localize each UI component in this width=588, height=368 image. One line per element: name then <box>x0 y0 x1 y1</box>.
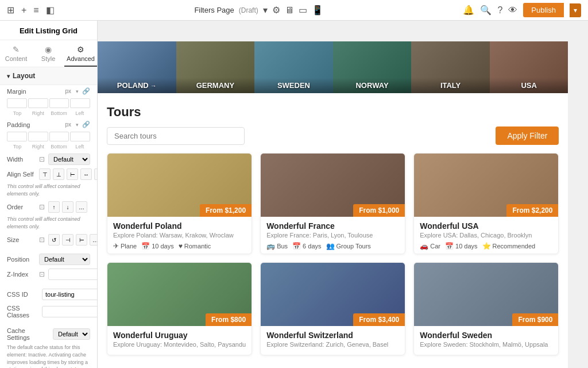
settings-icon[interactable]: ⚙ <box>272 5 280 16</box>
order-desc-icon[interactable]: ↓ <box>62 201 74 213</box>
list-icon[interactable]: ≡ <box>33 5 38 16</box>
page-title: Filters Page <box>194 6 234 14</box>
top-bar-center: Filters Page (Draft) ▾ ⚙ 🖥 ▭ 📱 <box>194 5 323 16</box>
search-input[interactable] <box>107 127 245 145</box>
help-icon[interactable]: ? <box>497 5 502 16</box>
tag-poland-2: ♥Romantic <box>179 242 211 250</box>
size-reset-icon[interactable]: ↺ <box>48 234 60 246</box>
tour-card-sweden[interactable]: From $900 Wonderful Sweden Explore Swede… <box>413 262 559 355</box>
desktop-icon[interactable]: 🖥 <box>285 5 294 16</box>
heart-icon: ♥ <box>179 242 183 250</box>
padding-unit: px <box>65 121 71 128</box>
padding-bottom-input[interactable] <box>49 132 69 141</box>
country-card-usa[interactable]: USA <box>490 41 568 93</box>
css-id-label: CSS ID <box>7 291 38 298</box>
mobile-icon[interactable]: 📱 <box>312 5 323 16</box>
order-label: Order <box>7 204 36 210</box>
publish-dropdown-button[interactable]: ▾ <box>570 3 581 17</box>
car-icon: 🚗 <box>420 242 428 250</box>
tour-card-usa[interactable]: From $2,200 Wonderful USA Explore USA: D… <box>413 153 559 254</box>
align-center-icon[interactable]: ⊥ <box>53 168 64 180</box>
grid-icon[interactable]: ⊞ <box>7 5 14 16</box>
align-end-icon[interactable]: ⊢ <box>67 168 78 180</box>
search-icon[interactable]: 🔍 <box>480 5 492 16</box>
plus-icon[interactable]: + <box>21 5 26 16</box>
tab-advanced[interactable]: ⚙ Advanced <box>64 40 97 67</box>
size-label: Size <box>7 236 36 243</box>
tag-usa-2: ⭐Recommended <box>482 242 536 250</box>
publish-button[interactable]: Publish <box>523 3 564 17</box>
css-classes-label: CSS Classes <box>7 305 38 319</box>
order-more-icon[interactable]: … <box>76 201 87 213</box>
tour-name-france: Wonderful France <box>266 221 399 231</box>
country-card-germany[interactable]: GERMANY <box>176 41 255 93</box>
chevron-down-icon[interactable]: ▾ <box>263 5 268 16</box>
tablet-icon[interactable]: ▭ <box>299 5 307 16</box>
content-tab-icon: ✎ <box>2 45 30 54</box>
panel-tabs: ✎ Content ◉ Style ⚙ Advanced <box>0 40 97 67</box>
width-row: Width ⊡ Default <box>0 152 97 167</box>
margin-top-input[interactable] <box>7 98 27 108</box>
css-classes-input[interactable] <box>42 306 98 317</box>
apply-filter-button[interactable]: Apply Filter <box>496 126 559 145</box>
margin-link-icon[interactable]: 🔗 <box>82 87 90 95</box>
tour-tags-poland: ✈Plane 📅10 days ♥Romantic <box>113 242 246 250</box>
margin-left-input[interactable] <box>70 98 90 108</box>
layers-icon[interactable]: ◧ <box>46 5 55 16</box>
preview-icon[interactable]: 👁 <box>508 5 517 16</box>
zindex-input[interactable] <box>48 269 98 280</box>
tour-info-uruguay: Wonderful Uruguay Explore Uruguay: Monte… <box>107 326 252 355</box>
size-fill-icon[interactable]: ⊢ <box>76 234 87 246</box>
tour-card-poland[interactable]: From $1,200 Wonderful Poland Explore Pol… <box>107 153 252 254</box>
tour-info-sweden: Wonderful Sweden Explore Sweden: Stockho… <box>414 326 558 355</box>
tour-price-france: From $1,000 <box>353 204 405 217</box>
country-card-italy[interactable]: ITALY <box>411 41 490 93</box>
layout-section-header[interactable]: ▾ Layout <box>0 67 97 85</box>
size-fit-icon[interactable]: ⊣ <box>62 234 74 246</box>
padding-right-input[interactable] <box>28 132 48 141</box>
padding-row: Padding px ▾ 🔗 <box>0 118 97 131</box>
tour-name-sweden: Wonderful Sweden <box>420 331 552 340</box>
size-more-icon[interactable]: … <box>90 234 98 246</box>
tag-france-1: 📅6 days <box>292 242 321 250</box>
align-start-icon[interactable]: ⊤ <box>39 168 51 180</box>
css-id-input[interactable] <box>42 289 98 300</box>
country-label-poland: POLAND → <box>98 78 176 93</box>
margin-right-input[interactable] <box>28 98 48 108</box>
group-icon: 👥 <box>326 242 335 250</box>
margin-bottom-input[interactable] <box>49 98 69 108</box>
tab-content[interactable]: ✎ Content <box>0 40 32 67</box>
tour-card-switzerland[interactable]: From $3,400 Wonderful Switzerland Explor… <box>260 262 405 355</box>
padding-link-icon[interactable]: 🔗 <box>82 121 90 128</box>
padding-left-input[interactable] <box>70 132 90 141</box>
country-card-poland[interactable]: POLAND → <box>98 41 176 93</box>
padding-input-labels: Top Right Bottom Left <box>0 144 97 152</box>
tour-name-uruguay: Wonderful Uruguay <box>113 331 246 340</box>
padding-top-input[interactable] <box>7 132 27 141</box>
layout-section-label: Layout <box>13 72 35 80</box>
align-stretch-icon[interactable]: ↔ <box>80 168 92 180</box>
advanced-tab-icon: ⚙ <box>67 45 95 54</box>
width-select[interactable]: Default <box>48 154 90 165</box>
country-card-sweden[interactable]: SWEDEN <box>254 41 333 93</box>
cache-description: The default cache status for this elemen… <box>0 343 97 368</box>
tour-info-switzerland: Wonderful Switzerland Explore Switzerlan… <box>261 326 405 355</box>
bus-icon: 🚌 <box>266 242 275 250</box>
tour-img-wrap-usa: From $2,200 <box>414 154 558 217</box>
notification-icon[interactable]: 🔔 <box>463 5 474 16</box>
width-icon: ⊡ <box>39 155 45 163</box>
position-select[interactable]: Default <box>39 254 90 265</box>
tab-style[interactable]: ◉ Style <box>32 40 64 67</box>
order-icons: ↑ ↓ … <box>48 201 87 213</box>
tour-card-france[interactable]: From $1,000 Wonderful France Explore Fra… <box>260 153 405 254</box>
cache-select[interactable]: Default <box>53 328 90 340</box>
country-card-norway[interactable]: NORWAY <box>333 41 412 93</box>
calendar-icon-fr: 📅 <box>292 242 301 250</box>
tour-desc-france: Explore France: Paris, Lyon, Toulouse <box>266 232 399 239</box>
tour-img-wrap-uruguay: From $800 <box>107 263 252 326</box>
country-strip: POLAND → GERMANY SWEDEN NORWAY <box>98 41 568 93</box>
tour-card-uruguay[interactable]: From $800 Wonderful Uruguay Explore Urug… <box>107 262 252 355</box>
order-asc-icon[interactable]: ↑ <box>48 201 60 213</box>
tour-img-wrap-france: From $1,000 <box>261 154 405 217</box>
tours-title: Tours <box>107 105 559 120</box>
